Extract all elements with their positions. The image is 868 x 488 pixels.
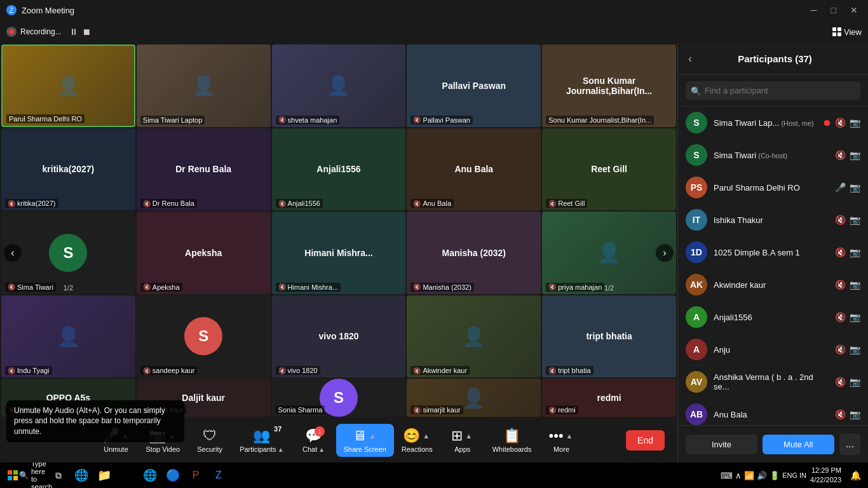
participant-item-parul_s[interactable]: PSParul Sharma Delhi RO🎤📷	[678, 172, 868, 204]
participant-mic-icon: 🔇	[835, 312, 846, 322]
video-cell-simarjit[interactable]: 👤🔇simarjit kaur	[407, 379, 541, 417]
share-screen-button[interactable]: 🖥 ▲ Share Screen	[336, 424, 394, 457]
participant-item-anshika[interactable]: AVAnshika Verma ( b . a . 2nd se...🔇📷	[678, 366, 868, 398]
video-cell-tript[interactable]: tript bhatia🔇tript bhatia	[542, 295, 676, 378]
search-button[interactable]: 🔍 Type here to search	[25, 465, 46, 485]
maximize-button[interactable]: □	[827, 4, 840, 17]
video-cell-indu[interactable]: 👤🔇Indu Tyagi	[1, 295, 135, 378]
invite-button[interactable]: Invite	[686, 435, 757, 454]
pause-recording-button[interactable]: ⏸	[69, 27, 78, 37]
whiteboards-button[interactable]: 📋 Whiteboards	[485, 424, 539, 457]
participant-item-sima_co[interactable]: SSima Tiwari (Co-host)🔇📷	[678, 139, 868, 172]
reactions-caret[interactable]: ▲	[421, 432, 431, 440]
svg-rect-2	[8, 476, 12, 480]
view-button[interactable]: View	[832, 27, 862, 37]
cell-name-label: 🔇sandeep kaur	[140, 366, 198, 375]
video-cell-anjali[interactable]: Anjali1556🔇Anjali1556	[272, 128, 406, 211]
end-button[interactable]: End	[626, 430, 665, 451]
task-view-button[interactable]: ⧉	[48, 465, 69, 485]
participant-item-anjali_p[interactable]: AAnjali1556🔇📷	[678, 301, 868, 334]
video-cell-shveta[interactable]: 👤🔇shveta mahajan	[272, 44, 406, 127]
file-explorer-button[interactable]: 📁	[94, 465, 114, 485]
mail-button[interactable]: ✉	[117, 465, 137, 485]
video-cell-kritika[interactable]: kritika(2027)🔇kritika(2027)	[1, 128, 135, 211]
nav-right-button[interactable]: ›	[656, 244, 674, 262]
cell-name-label: 🔇Reet Gill	[546, 199, 587, 208]
participant-name: Anjali1556	[714, 313, 829, 322]
participant-item-sima_lap[interactable]: SSima Tiwari Lap... (Host, me)⏺🔇📷	[678, 107, 868, 139]
svg-rect-0	[8, 470, 12, 475]
taskbar-left: 🔍 Type here to search ⧉ 🌐 📁 ✉ 🌐 🔵 P Z	[3, 465, 229, 485]
time-display: 12:29 PM	[810, 466, 841, 475]
sidebar-more-button[interactable]: ...	[839, 433, 860, 455]
participant-controls: 🔇📷	[835, 344, 860, 355]
more-caret[interactable]: ▲	[565, 432, 574, 440]
video-cell-pallavi[interactable]: Pallavi Paswan🔇Pallavi Paswan	[407, 44, 541, 127]
close-button[interactable]: ✕	[846, 4, 862, 17]
participant-controls: 🔇📷	[835, 280, 860, 290]
apps-caret[interactable]: ▲	[464, 432, 473, 440]
video-cell-priya[interactable]: 👤›1/2🔇priya mahajan	[542, 212, 676, 294]
video-cell-reet[interactable]: Reet Gill🔇Reet Gill	[542, 128, 676, 211]
globe-icon[interactable]: 🌐	[71, 465, 92, 485]
video-cell-sima_tiwari[interactable]: S‹1/2🔇Sima Tiwari	[1, 212, 135, 294]
tooltip-text: Unmute My Audio (Alt+A). Or you can simp…	[14, 406, 165, 437]
video-cell-redmi[interactable]: redmi🔇redmi	[542, 379, 676, 417]
participant-avatar: AB	[686, 403, 707, 425]
reactions-button[interactable]: 😊 ▲ Reactions	[394, 424, 440, 457]
title-bar-left: Z Zoom Meeting	[6, 5, 74, 15]
participant-item-ishika[interactable]: ITIshika Thakur🔇📷	[678, 204, 868, 236]
participants-caret[interactable]: ▲	[278, 446, 284, 453]
participant-item-akwinder_p[interactable]: AKAkwinder kaur🔇📷	[678, 269, 868, 301]
participant-controls: 🔇📷	[835, 409, 860, 419]
sidebar-header: ‹ Participants (37)	[678, 43, 868, 75]
search-input[interactable]	[686, 81, 860, 100]
more-button[interactable]: ••• ▲ More	[539, 424, 583, 457]
mute-all-button[interactable]: Mute All	[763, 435, 834, 454]
share-screen-caret[interactable]: ▲	[368, 432, 377, 440]
participant-avatar: PS	[686, 177, 707, 198]
recording-controls[interactable]: ⏸ ⏹	[69, 27, 91, 37]
security-button[interactable]: 🛡 Security	[187, 424, 232, 457]
video-cell-akwinder[interactable]: 👤🔇Akwinder kaur	[407, 295, 541, 378]
video-cell-anu[interactable]: Anu Bala🔇Anu Bala	[407, 128, 541, 211]
chrome-button[interactable]: 🔵	[163, 465, 183, 485]
video-cell-manisha[interactable]: Manisha (2032)🔇Manisha (2032)	[407, 212, 541, 294]
minimize-button[interactable]: ─	[807, 4, 821, 17]
participant-name: Anshika Verma ( b . a . 2nd se...	[714, 372, 829, 391]
video-cell-sima_laptop[interactable]: 👤Sima Tiwari Laptop	[137, 44, 271, 127]
video-cell-renu[interactable]: Dr Renu Bala🔇Dr Renu Bala	[137, 128, 271, 211]
powerpoint-button[interactable]: P	[186, 465, 206, 485]
participant-name: Sima Tiwari Lap... (Host, me)	[714, 118, 816, 128]
zoom-icon: Z	[6, 5, 17, 15]
participant-cam-icon: 📷	[850, 182, 860, 193]
zoom-taskbar-button[interactable]: Z	[208, 465, 229, 485]
video-cell-sonia[interactable]: SSonia Sharma	[272, 379, 406, 417]
participants-button[interactable]: 👥 37 Participants ▲	[232, 424, 291, 457]
video-cell-parul[interactable]: 👤Parul Sharma Delhi RO	[1, 44, 135, 127]
more-icon: •••	[548, 428, 563, 444]
top-bar: Recording... ⏸ ⏹ View	[0, 20, 868, 43]
participant-mic-icon: 🔇	[835, 377, 846, 387]
chat-caret[interactable]: ▲	[318, 446, 325, 453]
sidebar-collapse-button[interactable]: ‹	[688, 52, 692, 65]
recording-text: Recording...	[20, 27, 62, 36]
video-cell-vivo[interactable]: vivo 1820🔇vivo 1820	[272, 295, 406, 378]
video-cell-himani[interactable]: Himani Mishra...🔇Himani Mishra...	[272, 212, 406, 294]
participant-item-anu_p[interactable]: ABAnu Bala🔇📷	[678, 398, 868, 425]
edge-button[interactable]: 🌐	[140, 465, 160, 485]
participant-cam-icon: 📷	[850, 247, 860, 257]
chevron-up-icon[interactable]: ∧	[735, 471, 742, 480]
nav-left-button[interactable]: ‹	[4, 244, 22, 262]
stop-recording-button[interactable]: ⏹	[82, 27, 91, 37]
video-cell-sandeep[interactable]: S🔇sandeep kaur	[137, 295, 271, 378]
chat-button[interactable]: 💬 1 Chat ▲	[292, 424, 336, 457]
video-cell-apeksha[interactable]: Apeksha🔇Apeksha	[137, 212, 271, 294]
apps-button[interactable]: ⊞ ▲ Apps	[440, 424, 485, 457]
participant-item-anju[interactable]: AAnju🔇📷	[678, 334, 868, 366]
video-cell-sonu[interactable]: Sonu Kumar Journalist,Bihar(In...Sonu Ku…	[542, 44, 676, 127]
notification-button[interactable]: 🔔	[845, 465, 865, 485]
participant-item-dimple[interactable]: 1D1025 Dimple B.A sem 1🔇📷	[678, 236, 868, 269]
cell-name-label: 🔇tript bhatia	[546, 366, 593, 375]
volume-icon[interactable]: 🔊	[757, 471, 767, 480]
